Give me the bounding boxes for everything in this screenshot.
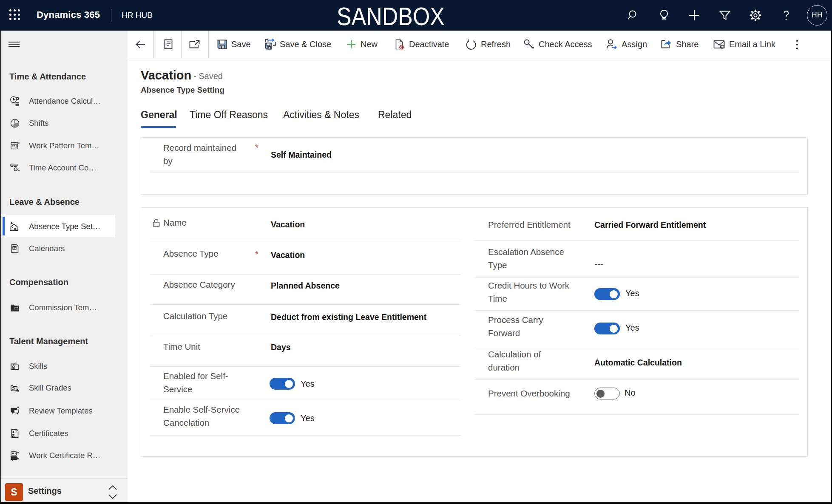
svg-text:%: % [15,307,18,310]
